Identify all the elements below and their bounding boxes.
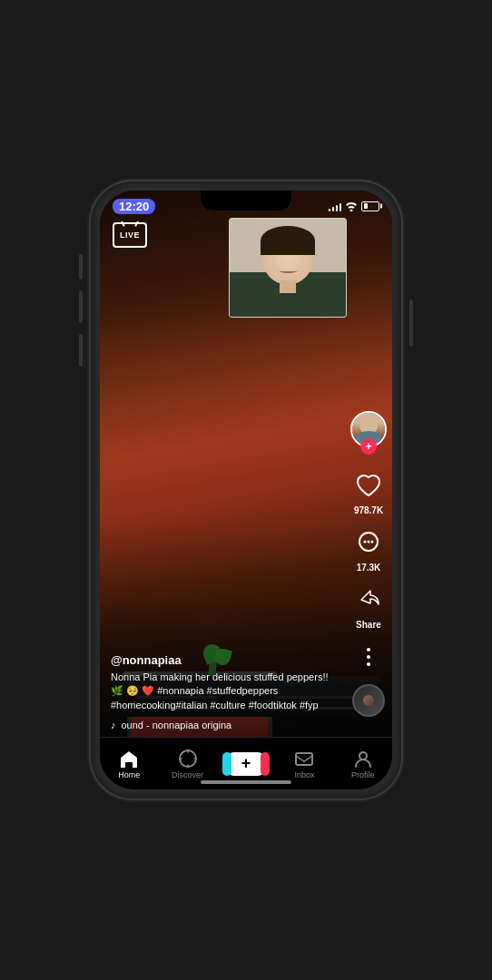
svg-point-2 xyxy=(368,541,370,544)
notch xyxy=(201,191,291,211)
pip-hair xyxy=(261,226,315,255)
share-icon xyxy=(354,585,383,614)
home-icon xyxy=(118,749,140,769)
phone-screen: 12:20 xyxy=(100,191,392,789)
inbox-icon xyxy=(293,749,315,769)
dot2 xyxy=(367,655,370,659)
content-overlay: @nonnapiaa Nonna Pia making her deliciou… xyxy=(111,653,338,730)
dot1 xyxy=(367,648,370,652)
svg-rect-5 xyxy=(296,753,312,765)
svg-point-6 xyxy=(359,752,367,760)
phone-frame: 12:20 xyxy=(91,181,401,799)
inbox-tab-label: Inbox xyxy=(294,770,314,779)
pip-neck xyxy=(280,280,296,293)
creator-username[interactable]: @nonnapiaa xyxy=(111,653,338,667)
creator-avatar-container[interactable]: + xyxy=(350,411,387,455)
discover-tab-label: Discover xyxy=(172,770,203,779)
signal-icon xyxy=(329,201,342,211)
share-label: Share xyxy=(356,620,381,630)
share-action[interactable]: Share xyxy=(350,582,387,630)
create-button-inner: + xyxy=(228,752,264,776)
like-icon-container xyxy=(350,467,387,504)
music-note-icon: ♪ xyxy=(111,720,116,730)
like-action[interactable]: 978.7K xyxy=(350,467,387,515)
home-tab-label: Home xyxy=(118,770,140,779)
like-count: 978.7K xyxy=(354,505,383,515)
more-action[interactable] xyxy=(350,639,387,675)
volume-down-button[interactable] xyxy=(79,334,83,367)
tab-discover[interactable]: Discover xyxy=(158,749,216,779)
profile-tab-label: Profile xyxy=(351,770,375,779)
music-disc[interactable] xyxy=(352,684,385,717)
live-text: LIVE xyxy=(120,230,140,240)
dot3 xyxy=(367,662,370,666)
silent-button[interactable] xyxy=(79,254,83,279)
tiktok-screen: 12:20 xyxy=(100,191,392,789)
svg-point-3 xyxy=(371,541,374,544)
discover-icon xyxy=(177,749,199,769)
more-icon-container xyxy=(350,639,387,675)
status-icons xyxy=(329,201,380,211)
tab-home[interactable]: Home xyxy=(100,749,158,779)
power-button[interactable] xyxy=(409,299,413,347)
profile-icon xyxy=(352,749,374,769)
pip-person-bg xyxy=(230,219,346,317)
video-caption: Nonna Pia making her delicious stuffed p… xyxy=(111,671,338,712)
wifi-icon xyxy=(345,201,358,211)
live-tv-icon: LIVE xyxy=(113,222,147,248)
home-indicator xyxy=(201,780,291,784)
action-bar: + 978.7K xyxy=(350,411,387,717)
battery-icon xyxy=(361,201,379,211)
tab-create[interactable]: + xyxy=(217,751,275,777)
volume-up-button[interactable] xyxy=(79,290,83,323)
heart-icon xyxy=(354,471,383,500)
plus-symbol: + xyxy=(241,754,251,773)
more-dots-icon xyxy=(367,648,370,666)
disc-inner xyxy=(363,695,374,706)
music-label[interactable]: ound - nonnapiaa origina xyxy=(122,720,232,730)
comment-count: 17.3K xyxy=(357,563,381,573)
status-time: 12:20 xyxy=(113,199,155,214)
pip-mouth xyxy=(279,269,297,273)
comment-icon xyxy=(354,528,383,557)
pip-video[interactable] xyxy=(229,218,347,318)
follow-button[interactable]: + xyxy=(360,438,377,455)
svg-point-1 xyxy=(364,541,367,544)
live-badge: LIVE xyxy=(113,222,147,248)
create-button[interactable]: + xyxy=(226,751,266,777)
share-icon-container xyxy=(350,582,387,618)
tab-profile[interactable]: Profile xyxy=(334,749,392,779)
comment-icon-container xyxy=(350,524,387,561)
tab-inbox[interactable]: Inbox xyxy=(275,749,333,779)
comment-action[interactable]: 17.3K xyxy=(350,524,387,573)
music-row: ♪ ound - nonnapiaa origina xyxy=(111,720,338,730)
